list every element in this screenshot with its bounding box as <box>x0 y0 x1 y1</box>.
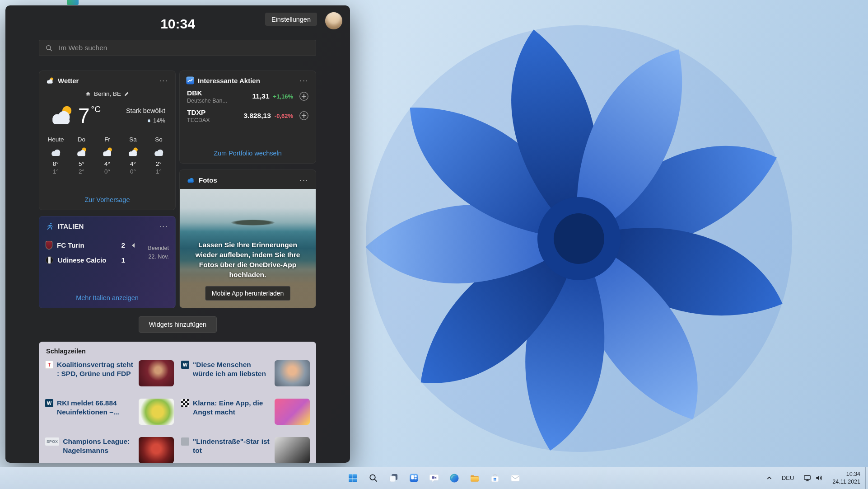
search-input[interactable] <box>58 43 310 52</box>
tray-overflow-button[interactable] <box>763 472 776 484</box>
stocks-widget[interactable]: Interessante Aktien ··· DBK Deutsche Ban… <box>179 71 316 164</box>
clock-date-button[interactable]: 10:34 24.11.2021 <box>829 468 863 489</box>
file-explorer-button[interactable] <box>466 469 484 487</box>
match-card[interactable]: FC Turin 2 Udinese Calcio 1 Beendet 22. … <box>46 238 169 268</box>
weather-location[interactable]: Berlin, BE <box>39 90 175 97</box>
news-thumbnail <box>275 360 310 386</box>
stock-name: TECDAX <box>187 117 210 123</box>
weather-forecast-link[interactable]: Zur Vorhersage <box>85 196 130 210</box>
stock-change: +1,16% <box>273 93 293 100</box>
forecast-day[interactable]: So 2° 1° <box>146 136 172 175</box>
start-button[interactable] <box>344 469 362 487</box>
forecast-day[interactable]: Do 5° 2° <box>69 136 94 175</box>
sports-widget[interactable]: ITALIEN ··· FC Turin 2 Udinese Calcio 1 <box>39 216 176 308</box>
forecast-day[interactable]: Fr 4° 0° <box>94 136 120 175</box>
weather-forecast: Heute 8° 1° Do 5° 2° Fr 4° <box>39 136 175 175</box>
match-date: 22. Nov. <box>148 253 169 261</box>
runner-icon <box>46 222 54 230</box>
widgets-button[interactable] <box>405 469 423 487</box>
edge-icon <box>449 473 460 484</box>
desktop-shortcut-sliver <box>67 0 79 5</box>
network-volume-button[interactable] <box>800 471 826 485</box>
match-status: Beendet 22. Nov. <box>148 244 169 261</box>
news-item[interactable]: "Lindenstraße"-Star ist tot <box>181 437 310 463</box>
show-desktop-button[interactable] <box>865 467 868 489</box>
home-team-score: 2 <box>119 241 125 249</box>
news-headline: RKI meldet 66.884 Neuinfektionen –... <box>57 399 135 417</box>
forecast-day[interactable]: Sa 4° 0° <box>120 136 146 175</box>
news-source-logo <box>181 399 189 407</box>
mail-envelope-icon <box>510 473 521 484</box>
search-icon <box>45 44 53 52</box>
weather-title: Wetter <box>58 77 79 85</box>
windows-logo-icon <box>347 473 358 484</box>
weather-widget[interactable]: Wetter ··· Berlin, BE 7 °C Stark bewölkt <box>39 71 176 210</box>
news-headline: Champions League: Nagelsmanns Notnägel..… <box>63 437 135 456</box>
weather-condition: Stark bewölkt <box>126 107 165 115</box>
forecast-day[interactable]: Heute 8° 1° <box>43 136 69 175</box>
weather-more-options-button[interactable]: ··· <box>157 77 170 85</box>
away-team-row: Udinese Calcio 1 <box>46 253 135 268</box>
settings-button[interactable]: Einstellungen <box>265 13 317 26</box>
partly-sunny-icon <box>101 146 113 158</box>
stock-price: 11,31 <box>252 92 270 100</box>
match-status-text: Beendet <box>148 244 169 253</box>
task-view-button[interactable] <box>384 469 402 487</box>
widgets-panel: 10:34 Einstellungen Wetter ··· Berlin, B… <box>5 5 350 463</box>
edge-browser-button[interactable] <box>445 469 463 487</box>
news-item[interactable]: SPOX Champions League: Nagelsmanns Notnä… <box>45 437 174 463</box>
news-source-logo: T <box>45 361 53 369</box>
download-mobile-app-button[interactable]: Mobile App herunterladen <box>205 286 291 301</box>
user-avatar[interactable] <box>325 12 342 29</box>
current-temperature: 7 <box>78 105 90 126</box>
language-indicator[interactable]: DEU <box>779 472 797 484</box>
microsoft-store-button[interactable] <box>486 469 504 487</box>
cloudy-icon <box>153 146 165 158</box>
news-item[interactable]: W "Diese Menschen würde ich am liebsten … <box>181 360 310 386</box>
add-to-watchlist-button[interactable] <box>299 110 309 121</box>
tray-date: 24.11.2021 <box>832 478 860 486</box>
stock-row[interactable]: TDXP TECDAX 3.828,13 -0,62% <box>180 104 316 123</box>
stock-row[interactable]: DBK Deutsche Ban... 11,31 +1,16% <box>180 85 316 104</box>
news-headline: "Diese Menschen würde ich am liebsten au… <box>193 360 271 379</box>
plus-circle-icon <box>299 110 309 121</box>
fc-turin-crest-icon <box>46 241 52 249</box>
photos-widget[interactable]: Fotos ··· Lassen Sie Ihre Erinnerungen w… <box>179 169 316 308</box>
system-tray: DEU 10:34 24.11.2021 <box>763 467 863 489</box>
chat-button[interactable] <box>425 469 443 487</box>
stock-symbol: TDXP <box>187 108 210 117</box>
add-to-watchlist-button[interactable] <box>299 91 309 102</box>
widgets-icon <box>409 473 419 483</box>
cloudy-icon <box>50 146 62 158</box>
add-widgets-button[interactable]: Widgets hinzufügen <box>139 316 217 333</box>
photos-more-options-button[interactable]: ··· <box>298 176 310 184</box>
stock-name: Deutsche Ban... <box>187 98 227 104</box>
portfolio-link[interactable]: Zum Portfolio wechseln <box>214 150 282 163</box>
weather-current: 7 °C Stark bewölkt 14% <box>39 103 175 129</box>
task-view-icon <box>388 473 399 483</box>
onedrive-cloud-icon <box>186 175 195 184</box>
plus-circle-icon <box>299 91 309 102</box>
tray-time: 10:34 <box>832 470 860 478</box>
away-team-score: 1 <box>119 256 125 264</box>
news-source-logo: W <box>45 399 53 407</box>
news-thumbnail <box>275 399 310 425</box>
news-item[interactable]: Klarna: Eine App, die Angst macht <box>181 399 310 425</box>
search-bar[interactable] <box>39 40 316 56</box>
wallpaper-bloom-flower <box>353 13 805 465</box>
news-item[interactable]: T Koalitionsvertrag steht : SPD, Grüne u… <box>45 360 174 386</box>
news-thumbnail <box>139 437 174 463</box>
partly-sunny-icon <box>127 146 139 158</box>
taskbar-search-button[interactable] <box>364 469 382 487</box>
current-weather-icon <box>48 103 75 129</box>
sports-more-options-button[interactable]: ··· <box>157 222 170 230</box>
search-icon <box>368 473 378 483</box>
more-italy-link[interactable]: Mehr Italien anzeigen <box>76 294 139 308</box>
winner-arrow-icon <box>132 243 135 248</box>
news-source-logo <box>181 437 189 446</box>
stocks-more-options-button[interactable]: ··· <box>298 77 310 85</box>
sports-title: ITALIEN <box>58 222 84 230</box>
news-item[interactable]: W RKI meldet 66.884 Neuinfektionen –... <box>45 399 174 425</box>
mail-button[interactable] <box>506 469 524 487</box>
edit-location-icon[interactable] <box>124 91 130 97</box>
